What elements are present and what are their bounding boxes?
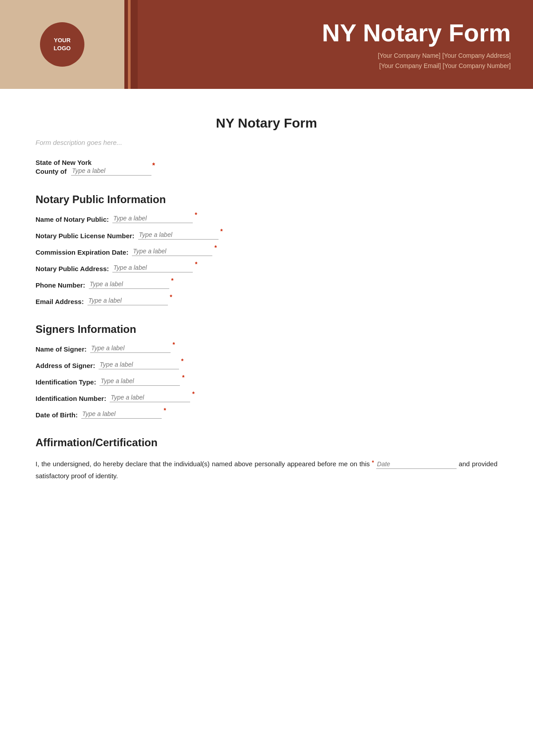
- notary-exp-input[interactable]: [132, 248, 212, 256]
- notary-phone-star: *: [171, 277, 173, 284]
- notary-email-star: *: [170, 293, 172, 300]
- notary-license-star: *: [220, 228, 223, 235]
- main-content: NY Notary Form Form description goes her…: [0, 89, 533, 522]
- affirmation-section: Affirmation/Certification I, the undersi…: [36, 436, 497, 482]
- notary-name-input[interactable]: [112, 215, 193, 223]
- notary-phone-input[interactable]: [89, 280, 169, 289]
- notary-address-label: Notary Public Address:: [36, 265, 109, 272]
- county-line: County of *: [36, 167, 497, 176]
- form-main-title: NY Notary Form: [36, 116, 497, 131]
- notary-email-label: Email Address:: [36, 298, 84, 305]
- county-input[interactable]: [71, 167, 151, 176]
- notary-license-input[interactable]: [138, 231, 219, 240]
- notary-name-label: Name of Notary Public:: [36, 216, 109, 223]
- id-number-input[interactable]: [110, 394, 190, 402]
- notary-section-title: Notary Public Information: [36, 193, 497, 206]
- dob-wrap: *: [81, 410, 162, 419]
- notary-address-input[interactable]: [112, 264, 193, 272]
- signer-name-wrap: *: [90, 344, 171, 353]
- notary-email-input[interactable]: [88, 297, 168, 305]
- signers-section-title: Signers Information: [36, 323, 497, 336]
- header-subtitle-line2: [Your Company Email] [Your Company Numbe…: [379, 62, 511, 69]
- notary-license-row: Notary Public License Number: *: [36, 231, 497, 240]
- header-right-panel: NY Notary Form [Your Company Name] [Your…: [138, 0, 533, 89]
- notary-name-wrap: *: [112, 215, 193, 223]
- dob-star: *: [164, 407, 166, 414]
- logo-circle: YOUR LOGO: [40, 22, 84, 67]
- header-title: NY Notary Form: [155, 18, 511, 47]
- id-type-star: *: [182, 374, 184, 381]
- notary-section: Notary Public Information Name of Notary…: [36, 193, 497, 305]
- id-number-row: Identification Number: *: [36, 394, 497, 402]
- id-number-label: Identification Number:: [36, 395, 106, 402]
- id-type-wrap: *: [99, 377, 180, 386]
- notary-address-wrap: *: [112, 264, 193, 272]
- notary-exp-wrap: *: [132, 248, 212, 256]
- notary-name-row: Name of Notary Public: *: [36, 215, 497, 223]
- affirmation-date-wrap: *: [372, 460, 458, 468]
- notary-address-star: *: [195, 260, 197, 268]
- signers-section: Signers Information Name of Signer: * Ad…: [36, 323, 497, 419]
- county-field-label: County of: [36, 168, 67, 175]
- affirmation-date-input[interactable]: [376, 460, 457, 469]
- notary-license-wrap: *: [138, 231, 219, 240]
- notary-name-star: *: [195, 211, 197, 218]
- signer-address-input[interactable]: [99, 361, 179, 369]
- county-input-wrap: *: [71, 167, 151, 176]
- signer-address-star: *: [181, 357, 183, 364]
- header-left-panel: YOUR LOGO: [0, 0, 124, 89]
- logo-text-line1: YOUR: [54, 36, 71, 44]
- signer-address-wrap: *: [99, 361, 179, 369]
- affirmation-section-title: Affirmation/Certification: [36, 436, 497, 449]
- signer-name-label: Name of Signer:: [36, 345, 87, 353]
- logo-text-line2: LOGO: [54, 44, 71, 52]
- state-label: State of New York: [36, 159, 497, 166]
- notary-exp-star: *: [215, 244, 217, 251]
- dob-label: Date of Birth:: [36, 411, 78, 419]
- header-subtitle-line1: [Your Company Name] [Your Company Addres…: [378, 52, 511, 59]
- signer-name-row: Name of Signer: *: [36, 344, 497, 353]
- id-type-row: Identification Type: *: [36, 377, 497, 386]
- page-header: YOUR LOGO NY Notary Form [Your Company N…: [0, 0, 533, 89]
- id-number-wrap: *: [110, 394, 190, 402]
- signer-address-label: Address of Signer:: [36, 362, 95, 369]
- county-required-star: *: [152, 162, 155, 170]
- id-type-input[interactable]: [99, 377, 180, 386]
- notary-email-row: Email Address: *: [36, 297, 497, 305]
- id-number-star: *: [192, 390, 195, 397]
- affirmation-text-before: I, the undersigned, do hereby declare th…: [36, 460, 370, 468]
- notary-license-label: Notary Public License Number:: [36, 232, 135, 240]
- dob-row: Date of Birth: *: [36, 410, 497, 419]
- signer-name-input[interactable]: [90, 344, 171, 353]
- header-subtitle: [Your Company Name] [Your Company Addres…: [155, 51, 511, 71]
- signer-address-row: Address of Signer: *: [36, 361, 497, 369]
- affirmation-date-star: *: [372, 460, 374, 466]
- notary-phone-label: Phone Number:: [36, 281, 85, 289]
- signer-name-star: *: [173, 341, 175, 348]
- form-description: Form description goes here...: [36, 139, 497, 146]
- notary-phone-wrap: *: [89, 280, 169, 289]
- id-type-label: Identification Type:: [36, 378, 96, 386]
- notary-address-row: Notary Public Address: *: [36, 264, 497, 272]
- dob-input[interactable]: [81, 410, 162, 419]
- notary-exp-row: Commission Expiration Date: *: [36, 248, 497, 256]
- notary-exp-label: Commission Expiration Date:: [36, 248, 128, 256]
- notary-email-wrap: *: [88, 297, 168, 305]
- header-accent-bar: [124, 0, 138, 89]
- affirmation-text: I, the undersigned, do hereby declare th…: [36, 458, 497, 482]
- notary-phone-row: Phone Number: *: [36, 280, 497, 289]
